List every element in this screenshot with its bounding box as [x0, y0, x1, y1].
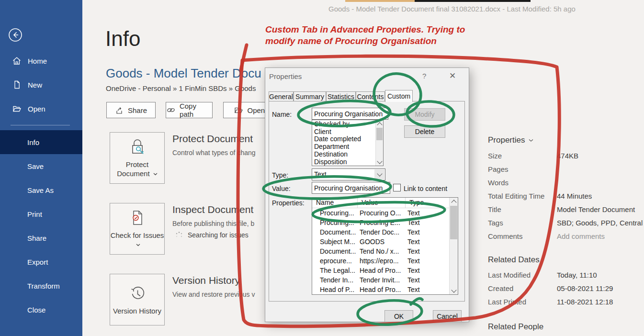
cancel-button[interactable]: Cancel [433, 310, 462, 322]
prop-value-editing-time: 44 Minutes [557, 192, 592, 200]
prop-label-comments: Comments [488, 232, 523, 240]
chevron-down-icon [529, 139, 533, 142]
backstage-sidebar: Home New Open Info Save Save As Print Sh… [0, 0, 82, 336]
sidebar-item-home[interactable]: Home [0, 54, 82, 68]
list-item[interactable]: Disposition [314, 158, 375, 166]
table-scrollbar[interactable] [450, 198, 458, 294]
add-comments-field[interactable]: Add comments [557, 232, 605, 240]
sidebar-item-print[interactable]: Print [0, 202, 82, 226]
copy-path-button[interactable]: Copy path [166, 102, 213, 118]
dialog-close-button[interactable]: ✕ [449, 71, 456, 81]
date-value-printed: 11-08-2021 12:18 [557, 298, 613, 306]
sidebar-item-export[interactable]: Export [0, 250, 82, 274]
open-folder-icon [12, 104, 22, 113]
property-name-listbox[interactable]: Checked by Client Date completed Departm… [312, 120, 384, 166]
date-value-created: 05-08-2021 11:29 [557, 284, 613, 292]
sidebar-item-label: Open [28, 105, 45, 113]
section-heading-protect: Protect Document [172, 133, 253, 145]
date-label-printed: Last Printed [488, 298, 526, 306]
section-desc-inspect: Before publishing this file, b [172, 220, 254, 227]
sidebar-divider [11, 125, 70, 125]
related-people-heading: Related People [488, 322, 543, 332]
delete-button[interactable]: Delete [404, 125, 445, 138]
tab-summary[interactable]: Summary [294, 91, 326, 101]
property-row[interactable]: Tender In...Tender Invit...Text [312, 275, 458, 285]
table-header: Name Value Type [312, 198, 458, 208]
check-for-issues-button[interactable]: Check for Issues [110, 203, 165, 255]
prop-label-editing-time: Total Editing Time [488, 192, 544, 200]
date-value-modified: Today, 11:10 [557, 271, 597, 279]
sidebar-item-close[interactable]: Close [0, 298, 82, 322]
tab-contents[interactable]: Contents [356, 91, 385, 101]
prop-label-size: Size [488, 152, 502, 160]
scroll-up-arrow[interactable] [450, 198, 458, 205]
type-label: Type: [272, 171, 288, 179]
property-row[interactable]: eprocure...https://epro...Text [312, 256, 458, 266]
tab-general[interactable]: General [269, 91, 294, 101]
scroll-up-arrow[interactable] [376, 120, 383, 127]
ok-button[interactable]: OK [384, 310, 413, 322]
scroll-down-arrow[interactable] [450, 287, 458, 294]
property-row[interactable]: The Legal...Head of Pro...Text [312, 266, 458, 275]
date-label-modified: Last Modified [488, 271, 531, 279]
share-button[interactable]: Share [106, 102, 156, 118]
chevron-down-icon [153, 173, 158, 176]
scroll-thumb[interactable] [450, 206, 457, 239]
advanced-properties-dialog: Properties ? ✕ General Summary Statistic… [265, 67, 469, 322]
section-desc-version: View and restore previous v [172, 291, 255, 298]
modify-button[interactable]: Modify [404, 108, 445, 121]
prop-value-title[interactable]: Model Tender Document [557, 205, 635, 213]
properties-panel-heading[interactable]: Properties [488, 135, 533, 145]
protect-document-button[interactable]: Protect Document [110, 132, 165, 184]
tab-statistics[interactable]: Statistics [326, 91, 356, 101]
name-input[interactable] [312, 108, 388, 120]
back-button[interactable] [6, 26, 24, 44]
list-item[interactable]: Date completed [314, 135, 375, 143]
sidebar-item-save[interactable]: Save [0, 154, 82, 178]
sidebar-item-transform[interactable]: Transform [0, 274, 82, 298]
searching-status: Searching for issues [188, 231, 249, 239]
sidebar-item-save-as[interactable]: Save As [0, 178, 82, 202]
prop-label-title: Title [488, 205, 501, 213]
share-icon [115, 106, 124, 115]
version-history-button[interactable]: Version History [110, 274, 165, 325]
scroll-down-arrow[interactable] [376, 158, 383, 166]
listbox-scrollbar[interactable] [375, 120, 383, 166]
sidebar-item-open[interactable]: Open [0, 101, 82, 116]
property-row[interactable]: Head of P...Head of Pro...Text [312, 285, 458, 294]
list-item[interactable]: Client [314, 128, 375, 136]
type-dropdown[interactable]: Text [312, 168, 385, 180]
list-item[interactable]: Destination [314, 151, 375, 158]
list-item[interactable]: Checked by [314, 121, 375, 128]
scroll-thumb[interactable] [376, 128, 383, 140]
section-desc-protect: Control what types of chang [172, 149, 256, 157]
prop-label-pages: Pages [488, 165, 508, 173]
list-item[interactable]: Department [314, 143, 375, 151]
tab-custom[interactable]: Custom [385, 90, 413, 102]
lock-key-icon [127, 138, 147, 157]
property-row[interactable]: Procuring...Procuring E...Text [312, 218, 458, 227]
link-to-content-checkbox[interactable] [393, 184, 401, 191]
dropdown-arrow[interactable] [374, 169, 384, 179]
folder-icon [234, 106, 243, 114]
chevron-down-icon [136, 244, 140, 246]
word-backstage-info: Goods - Model Tender Document final 3108… [0, 0, 644, 336]
inspect-document-icon [127, 209, 147, 228]
property-row[interactable]: Procuring...Procuring O...Text [312, 208, 458, 218]
related-dates-heading: Related Dates [488, 255, 540, 265]
sidebar-item-label: Home [28, 57, 47, 65]
sidebar-item-info[interactable]: Info [0, 130, 82, 154]
prop-value-tags[interactable]: SBD; Goods, PPD, Central ... [557, 219, 644, 227]
value-input[interactable] [312, 182, 390, 194]
sidebar-item-new[interactable]: New [0, 78, 82, 92]
document-titlebar-text: Goods - Model Tender Document final 3108… [328, 5, 576, 13]
sidebar-item-share[interactable]: Share [0, 226, 82, 250]
prop-label-tags: Tags [488, 219, 503, 227]
property-row[interactable]: Document...Tender Doc...Text [312, 227, 458, 237]
prop-label-words: Words [488, 179, 508, 187]
top-edge-strip-accent [345, 0, 415, 2]
property-row[interactable]: Document...Tend No./ x...Text [312, 246, 458, 256]
property-row[interactable]: Subject M...GOODSText [312, 237, 458, 246]
dialog-help-button[interactable]: ? [422, 72, 426, 80]
new-document-icon [12, 80, 22, 90]
